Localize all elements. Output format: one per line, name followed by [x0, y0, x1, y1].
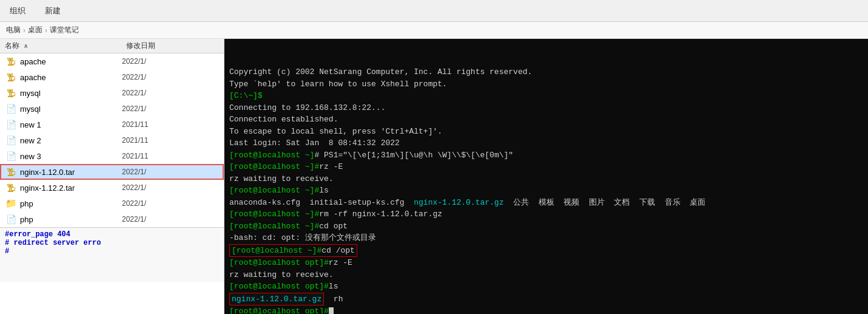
archive-icon: 🗜 — [5, 56, 17, 67]
list-item[interactable]: 📄mysql2022/1/ — [0, 101, 224, 117]
breadcrumb-part-desktop[interactable]: 桌面 — [28, 25, 42, 35]
terminal-line: Last login: Sat Jan 8 08:41:32 2022 — [229, 137, 863, 149]
file-date-label: 2022/1/ — [117, 215, 146, 224]
terminal-panel[interactable]: Copyright (c) 2002 NetSarang Computer, I… — [224, 39, 868, 314]
list-item[interactable]: 📄new 12021/11 — [0, 117, 224, 132]
file-name-label: apache — [20, 73, 117, 82]
file-name-label: nginx-1.12.2.tar — [20, 183, 117, 193]
file-date-label: 2021/11 — [117, 136, 148, 145]
breadcrumb: 电脑 › 桌面 › 课堂笔记 — [0, 22, 868, 39]
file-name-label: new 2 — [20, 136, 117, 145]
file-date-label: 2021/11 — [117, 152, 148, 160]
file-name-label: mysql — [20, 89, 117, 98]
file-icon: 📄 — [5, 119, 17, 130]
main-content: 名称 ∧ 修改日期 🗜apache2022/1/🗜apache2022/1/🗜m… — [0, 39, 868, 314]
terminal-line: [root@localhost ~]#rm -rf nginx-1.12.0.t… — [229, 208, 863, 220]
conf-line-1: #error_page 404 — [5, 230, 219, 239]
terminal-line: [root@localhost ~]#cd /opt — [229, 244, 863, 258]
terminal-line: To escape to local shell, press 'Ctrl+Al… — [229, 126, 863, 138]
terminal-line: rz waiting to receive. — [229, 173, 863, 185]
file-explorer: 名称 ∧ 修改日期 🗜apache2022/1/🗜apache2022/1/🗜m… — [0, 39, 224, 227]
breadcrumb-part-pc[interactable]: 电脑 — [6, 25, 21, 35]
archive-icon: 🗜 — [5, 72, 17, 83]
folder-icon: 📁 — [5, 198, 17, 209]
file-name-label: mysql — [20, 104, 117, 114]
terminal-line: Type `help' to learn how to use Xshell p… — [229, 78, 863, 90]
new-item-button[interactable]: 新建 — [41, 4, 64, 18]
list-item[interactable]: 📄new 22021/11 — [0, 132, 224, 148]
terminal-line: anaconda-ks.cfg initial-setup-ks.cfg ngi… — [229, 197, 863, 209]
sort-arrow-icon: ∧ — [24, 43, 28, 49]
terminal-line: [root@localhost ~]# PS1="\[\e[1;31m\][\u… — [229, 149, 863, 162]
terminal-line: [C:\~]$ — [229, 90, 863, 102]
breadcrumb-part-folder[interactable]: 课堂笔记 — [50, 25, 79, 35]
terminal-line: [root@localhost opt]#rz -E — [229, 257, 863, 269]
organize-button[interactable]: 组织 — [6, 4, 29, 18]
file-icon: 📄 — [5, 103, 17, 114]
left-panel: 名称 ∧ 修改日期 🗜apache2022/1/🗜apache2022/1/🗜m… — [0, 39, 224, 314]
terminal-line: Connection established. — [229, 114, 863, 126]
file-name-label: new 1 — [20, 120, 117, 129]
archive-icon: 🗜 — [5, 87, 17, 98]
col-name-header[interactable]: 名称 ∧ — [0, 41, 121, 51]
file-date-label: 2022/1/ — [117, 199, 146, 208]
file-date-label: 2022/1/ — [117, 89, 146, 97]
file-icon: 📄 — [5, 214, 17, 225]
list-item[interactable]: 🗜nginx-1.12.0.tar2022/1/ — [0, 164, 224, 180]
file-list: 🗜apache2022/1/🗜apache2022/1/🗜mysql2022/1… — [0, 53, 224, 227]
file-list-header: 名称 ∧ 修改日期 — [0, 39, 224, 53]
terminal-line: [root@localhost ~]#ls — [229, 185, 863, 197]
terminal-line: Copyright (c) 2002 NetSarang Computer, I… — [229, 66, 863, 78]
file-icon: 📄 — [5, 135, 17, 146]
list-item[interactable]: 📁php2022/1/ — [0, 196, 224, 211]
file-date-label: 2022/1/ — [117, 104, 146, 113]
list-item[interactable]: 🗜apache2022/1/ — [0, 53, 224, 69]
archive-icon: 🗜 — [5, 166, 17, 177]
file-name-label: new 3 — [20, 152, 117, 161]
list-item[interactable]: 🗜apache2022/1/ — [0, 69, 224, 85]
file-name-label: apache — [20, 57, 117, 66]
file-name-label: php — [20, 215, 117, 224]
file-date-label: 2022/1/ — [117, 183, 146, 192]
file-icon: 📄 — [5, 151, 17, 162]
file-date-label: 2022/1/ — [117, 73, 146, 81]
conf-line-2: # redirect server erro — [5, 239, 219, 247]
list-item[interactable]: 🗜nginx-1.12.2.tar2022/1/ — [0, 180, 224, 196]
terminal-line: Connecting to 192.168.132.8:22... — [229, 102, 863, 114]
conf-line-3: # — [5, 247, 219, 256]
file-date-label: 2021/11 — [117, 120, 148, 129]
list-item[interactable]: 📄new 32021/11 — [0, 148, 224, 164]
terminal-line: [root@localhost opt]# — [229, 305, 863, 314]
terminal-line: nginx-1.12.0.tar.gz rh — [229, 293, 863, 306]
list-item[interactable]: 📄php2022/1/ — [0, 211, 224, 227]
file-name-label: php — [20, 199, 117, 208]
terminal-line: [root@localhost ~]#rz -E — [229, 161, 863, 173]
terminal-line: [root@localhost opt]#ls — [229, 281, 863, 293]
col-date-header[interactable]: 修改日期 — [121, 41, 224, 51]
file-date-label: 2022/1/ — [117, 168, 146, 176]
list-item[interactable]: 🗜mysql2022/1/ — [0, 85, 224, 101]
archive-icon: 🗜 — [5, 182, 17, 193]
terminal-line: -bash: cd: opt: 没有那个文件或目录 — [229, 232, 863, 244]
file-date-label: 2022/1/ — [117, 57, 146, 66]
nginx-conf-preview: #error_page 404 # redirect server erro # — [0, 227, 224, 282]
toolbar: 组织 新建 — [0, 0, 868, 22]
terminal-line: rz waiting to receive. — [229, 269, 863, 281]
file-name-label: nginx-1.12.0.tar — [20, 168, 117, 177]
terminal-line: [root@localhost ~]#cd opt — [229, 220, 863, 233]
